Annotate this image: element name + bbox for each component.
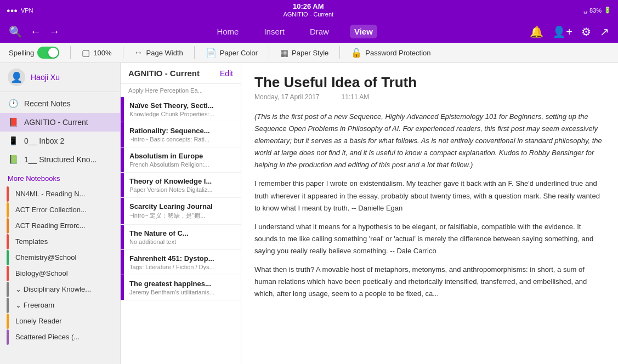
notebook-label: NN4ML - Reading N...	[15, 190, 85, 198]
page-width-item[interactable]: ↔ Page Width	[134, 48, 183, 58]
agnitio-label: AGNITIO - Current	[24, 118, 88, 127]
note-title: Theory of Knowledge I...	[129, 177, 235, 185]
status-bar-left: ●●● VPN	[7, 7, 33, 14]
notebook-disciplinary[interactable]: ⌄ Disciplinary Knowle...	[0, 281, 120, 297]
spelling-toggle[interactable]	[37, 47, 59, 59]
sidebar-user[interactable]: 👤 Haoji Xu	[0, 63, 120, 92]
search-icon[interactable]: 🔍	[9, 25, 22, 38]
notebook-scattered[interactable]: Scattered Pieces (...	[0, 329, 120, 345]
note-title: The Nature of C...	[129, 229, 235, 237]
note-list-header: AGNITIO - Current Edit	[121, 63, 241, 84]
notebook-act-error[interactable]: ACT Error Collection...	[0, 202, 120, 218]
note-item-naive[interactable]: Naïve Set Theory, Secti... Knowledge Chu…	[121, 97, 241, 122]
vpn-badge: VPN	[21, 7, 33, 14]
nav-left: 🔍 ← →	[9, 25, 60, 38]
notebook-label: Scattered Pieces (...	[15, 333, 80, 341]
notebook-freeroam[interactable]: ⌄ Freeroam	[0, 297, 120, 313]
note-subtitle: ~intro~ Basic concepts: Rati...	[129, 136, 235, 143]
note-item-nature[interactable]: The Nature of C... No additional text	[121, 225, 241, 250]
note-title: Rationality: Sequence...	[129, 127, 235, 135]
notebook-biology[interactable]: Biology@School	[0, 265, 120, 281]
notebook-label: ⌄ Disciplinary Knowle...	[15, 285, 91, 293]
status-time: 10:26 AM	[33, 2, 583, 10]
notebook-label: Chemistry@School	[15, 253, 76, 261]
note-item-scarcity[interactable]: Scarcity Learing Journal ~intro~ 定义：稀缺，是…	[121, 198, 241, 225]
paper-color-item[interactable]: 📄 Paper Color	[206, 48, 258, 58]
inbox-label: 0__ Inbox 2	[24, 136, 64, 145]
note-item-absolutism[interactable]: Absolutism in Europe French Absolutism R…	[121, 147, 241, 173]
edit-button[interactable]: Edit	[220, 69, 233, 78]
sidebar-item-recent-notes[interactable]: 🕐 Recent Notes	[0, 94, 120, 113]
notebook-color-bar	[7, 282, 9, 297]
settings-icon[interactable]: ⚙	[581, 25, 591, 38]
bluetooth-icon: ␣	[583, 7, 587, 14]
sidebar-item-inbox[interactable]: 📱 0__ Inbox 2	[0, 132, 120, 150]
note-content[interactable]: The greatest happines... Jeremy Bentham'…	[124, 275, 241, 300]
notebook-chemistry[interactable]: Chemistry@School	[0, 249, 120, 265]
notebook-color-bar	[7, 329, 9, 345]
content-area: The Useful Idea of Truth Monday, 17 Apri…	[241, 63, 618, 364]
notebook-color-bar	[7, 266, 9, 281]
back-icon[interactable]: ←	[30, 25, 41, 38]
notebook-color-bar	[7, 218, 9, 234]
note-subtitle: Paper Version Notes Digitaliz...	[129, 186, 235, 193]
divider-2	[123, 46, 123, 59]
note-content[interactable]: The Nature of C... No additional text	[124, 225, 241, 249]
note-content[interactable]: Naïve Set Theory, Secti... Knowledge Chu…	[124, 97, 241, 122]
note-title: Naïve Set Theory, Secti...	[129, 101, 235, 110]
note-content[interactable]: Absolutism in Europe French Absolutism R…	[124, 147, 241, 172]
lock-icon: 🔓	[351, 48, 362, 58]
notebook-lonely[interactable]: Lonely Reader	[0, 313, 120, 329]
notebook-color-bar	[7, 314, 9, 329]
notebook-color-bar	[7, 250, 9, 265]
tab-view[interactable]: View	[350, 25, 377, 38]
note-tags: Apply Here Perception Ea...	[121, 84, 241, 97]
structured-label: 1__ Structured Kno...	[24, 155, 97, 164]
username-label: Haoji Xu	[31, 73, 60, 82]
password-protection-item[interactable]: 🔓 Password Protection	[351, 48, 430, 58]
note-list-title: AGNITIO - Current	[128, 69, 200, 78]
zoom-item[interactable]: ▢ 100%	[82, 48, 111, 58]
status-bar: ●●● VPN 10:26 AM AGNITIO - Current ␣ 83%…	[0, 0, 618, 20]
status-bar-center: 10:26 AM AGNITIO - Current	[33, 2, 583, 18]
paper-style-icon: ▦	[280, 48, 288, 58]
sidebar-section-main: 🕐 Recent Notes 📕 AGNITIO - Current 📱 0__…	[0, 92, 120, 171]
add-user-icon[interactable]: 👤+	[552, 25, 572, 38]
note-content[interactable]: Scarcity Learing Journal ~intro~ 定义：稀缺，是…	[124, 198, 241, 224]
content-title: The Useful Idea of Truth	[254, 74, 605, 91]
note-content[interactable]: Rationality: Sequence... ~intro~ Basic c…	[124, 122, 241, 147]
note-item-rationality[interactable]: Rationality: Sequence... ~intro~ Basic c…	[121, 122, 241, 147]
battery-icon: 🔋	[604, 7, 611, 14]
expand-icon[interactable]: ↗	[600, 25, 609, 38]
page-width-icon: ↔	[134, 48, 143, 58]
clock-icon: 🕐	[8, 99, 19, 109]
notifications-icon[interactable]: 🔔	[530, 25, 543, 38]
tab-insert[interactable]: Insert	[259, 25, 289, 38]
note-content[interactable]: Fahrenheit 451: Dystop... Tags: Literatu…	[124, 250, 241, 275]
notebook-templates[interactable]: Templates	[0, 234, 120, 249]
notebook-act-reading[interactable]: ACT Reading Errorc...	[0, 218, 120, 234]
sidebar-item-structured[interactable]: 📗 1__ Structured Kno...	[0, 150, 120, 169]
inbox-icon: 📱	[8, 136, 19, 146]
paper-style-item[interactable]: ▦ Paper Style	[280, 48, 328, 58]
more-notebooks-link[interactable]: More Notebooks	[0, 171, 120, 186]
note-subtitle: French Absolutism Religion:...	[129, 161, 235, 168]
spelling-toggle-item[interactable]: Spelling	[9, 47, 59, 59]
forward-icon[interactable]: →	[49, 25, 60, 38]
notebook-nn4ml[interactable]: NN4ML - Reading N...	[0, 186, 120, 202]
note-content[interactable]: Theory of Knowledge I... Paper Version N…	[124, 173, 241, 197]
note-item-tok[interactable]: Theory of Knowledge I... Paper Version N…	[121, 173, 241, 198]
note-subtitle: Jeremy Bentham's utilitarianis...	[129, 289, 235, 295]
note-item-fahrenheit[interactable]: Fahrenheit 451: Dystop... Tags: Literatu…	[121, 250, 241, 275]
note-list: AGNITIO - Current Edit Apply Here Percep…	[121, 63, 241, 364]
tab-draw[interactable]: Draw	[305, 25, 333, 38]
zoom-icon: ▢	[82, 48, 90, 58]
notebook-label: Lonely Reader	[15, 317, 62, 325]
note-item-happiness[interactable]: The greatest happines... Jeremy Bentham'…	[121, 275, 241, 300]
paper-style-label: Paper Style	[292, 49, 328, 57]
tab-home[interactable]: Home	[212, 25, 243, 38]
sidebar-item-agnitio[interactable]: 📕 AGNITIO - Current	[0, 113, 120, 132]
note-subtitle: Tags: Literature / Fiction / Dys...	[129, 264, 235, 270]
paper-color-icon: 📄	[206, 48, 217, 58]
note-title: The greatest happines...	[129, 280, 235, 288]
